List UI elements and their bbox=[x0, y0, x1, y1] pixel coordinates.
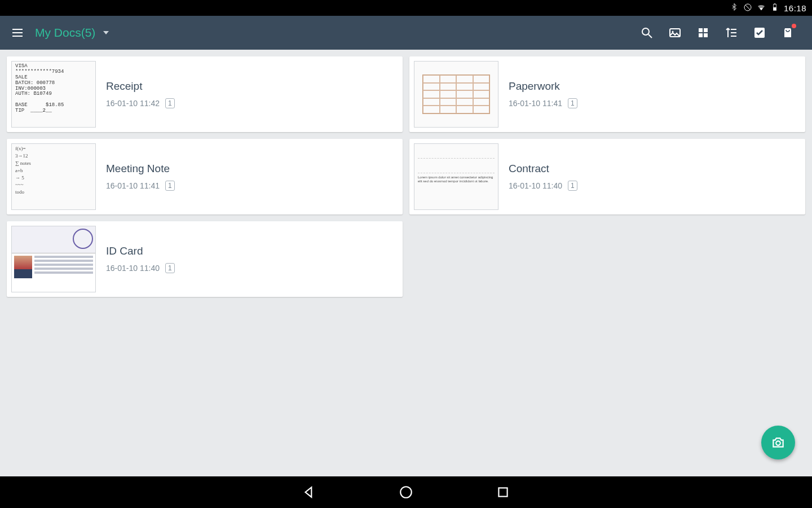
app-bar: My Docs(5) bbox=[0, 16, 812, 50]
document-title: Contract bbox=[509, 163, 577, 175]
svg-rect-19 bbox=[498, 488, 507, 496]
grid-view-button[interactable] bbox=[689, 16, 717, 50]
document-thumbnail: VISA************7934SALEBATCH: 000778INV… bbox=[11, 61, 96, 128]
svg-rect-12 bbox=[704, 33, 708, 37]
document-info: ID Card 16-01-10 11:40 1 bbox=[106, 245, 175, 273]
svg-point-17 bbox=[776, 441, 780, 445]
document-grid: VISA************7934SALEBATCH: 000778INV… bbox=[0, 50, 812, 476]
document-date: 16-01-10 11:41 bbox=[106, 181, 160, 190]
status-time: 16:18 bbox=[784, 3, 806, 13]
document-card[interactable]: VISA************7934SALEBATCH: 000778INV… bbox=[7, 56, 403, 132]
document-card[interactable]: f(x)=3→12∑ notesa+b→ 5~~~todo Meeting No… bbox=[7, 139, 403, 214]
sort-button[interactable] bbox=[717, 16, 745, 50]
page-count-badge: 1 bbox=[165, 98, 175, 108]
svg-point-18 bbox=[400, 487, 412, 498]
battery-icon bbox=[770, 3, 779, 14]
document-thumbnail bbox=[11, 226, 96, 292]
document-date: 16-01-10 11:40 bbox=[106, 264, 160, 273]
store-button[interactable] bbox=[774, 16, 802, 50]
svg-point-5 bbox=[642, 28, 649, 35]
menu-button[interactable] bbox=[10, 25, 25, 40]
svg-line-6 bbox=[648, 34, 652, 38]
folder-title: My Docs(5) bbox=[35, 26, 95, 40]
document-info: Paperwork 16-01-10 11:41 1 bbox=[509, 80, 577, 108]
bluetooth-icon bbox=[730, 3, 739, 14]
search-button[interactable] bbox=[633, 16, 661, 50]
document-date: 16-01-10 11:42 bbox=[106, 99, 160, 108]
document-card[interactable]: Paperwork 16-01-10 11:41 1 bbox=[409, 56, 805, 132]
document-thumbnail: f(x)=3→12∑ notesa+b→ 5~~~todo bbox=[11, 143, 96, 210]
folder-title-dropdown[interactable]: My Docs(5) bbox=[35, 26, 109, 40]
svg-rect-3 bbox=[774, 3, 776, 4]
do-not-disturb-icon bbox=[743, 3, 752, 14]
document-title: ID Card bbox=[106, 245, 175, 257]
page-count-badge: 1 bbox=[568, 98, 577, 108]
store-badge-dot bbox=[792, 24, 796, 28]
svg-rect-4 bbox=[773, 7, 776, 10]
dropdown-caret-icon bbox=[103, 31, 109, 34]
svg-rect-10 bbox=[704, 28, 708, 32]
wifi-icon bbox=[757, 3, 766, 14]
document-date: 16-01-10 11:41 bbox=[509, 99, 562, 108]
document-date: 16-01-10 11:40 bbox=[509, 181, 562, 190]
svg-rect-9 bbox=[699, 28, 703, 32]
document-info: Contract 16-01-10 11:40 1 bbox=[509, 163, 577, 191]
document-title: Meeting Note bbox=[106, 163, 175, 175]
document-thumbnail bbox=[414, 61, 498, 128]
document-title: Receipt bbox=[106, 80, 175, 93]
svg-line-1 bbox=[745, 5, 750, 10]
document-info: Meeting Note 16-01-10 11:41 1 bbox=[106, 163, 175, 191]
nav-recent-button[interactable] bbox=[494, 483, 512, 501]
gallery-import-button[interactable] bbox=[661, 16, 689, 50]
svg-rect-11 bbox=[699, 33, 703, 37]
camera-fab[interactable] bbox=[761, 426, 795, 459]
document-card[interactable]: ID Card 16-01-10 11:40 1 bbox=[7, 221, 403, 297]
page-count-badge: 1 bbox=[568, 181, 577, 191]
select-button[interactable] bbox=[745, 16, 774, 50]
document-title: Paperwork bbox=[509, 80, 577, 93]
nav-home-button[interactable] bbox=[397, 483, 415, 501]
document-thumbnail: Lorem ipsum dolor sit amet consectetur a… bbox=[414, 143, 498, 210]
system-nav-bar bbox=[0, 476, 812, 508]
document-info: Receipt 16-01-10 11:42 1 bbox=[106, 80, 175, 108]
nav-back-button[interactable] bbox=[300, 483, 318, 501]
page-count-badge: 1 bbox=[165, 181, 175, 191]
document-card[interactable]: Lorem ipsum dolor sit amet consectetur a… bbox=[409, 139, 805, 214]
page-count-badge: 1 bbox=[165, 263, 175, 273]
status-bar: 16:18 bbox=[0, 0, 812, 16]
